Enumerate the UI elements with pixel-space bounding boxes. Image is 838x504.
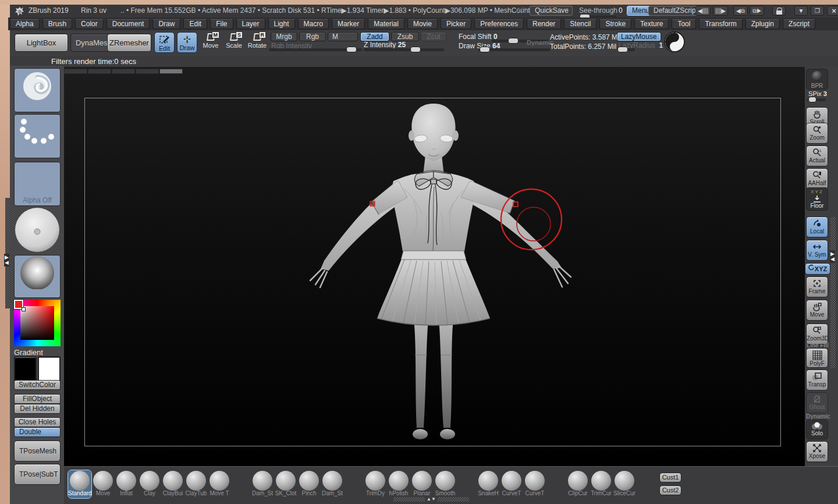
brush-button[interactable]: ClipCur — [566, 470, 590, 498]
menu-item[interactable]: Preferences — [474, 19, 524, 29]
document-canvas[interactable] — [64, 67, 805, 466]
draw-mode-button[interactable]: -¦- Draw — [177, 32, 197, 53]
xpose-button[interactable]: Xpose — [806, 441, 828, 462]
lazyradius-slider[interactable] — [617, 48, 635, 51]
menu-item[interactable]: Alpha — [10, 19, 40, 29]
current-material-sphere[interactable] — [664, 31, 685, 52]
brush-button[interactable]: Dam_St — [321, 470, 344, 498]
rgb-button[interactable]: Rgb — [299, 32, 326, 41]
tpose-subt-button[interactable]: TPose|SubT — [14, 464, 61, 485]
current-alpha-thumbnail[interactable]: Alpha Off — [14, 162, 61, 206]
menu-item[interactable]: Color — [75, 19, 104, 29]
brush-button[interactable]: Smooth — [434, 470, 457, 498]
menu-item[interactable]: Edit — [183, 19, 207, 29]
next-ui-arrow-button[interactable]: ||||▶ — [713, 6, 728, 16]
model-figure[interactable] — [310, 104, 571, 439]
tposemesh-button[interactable]: TPoseMesh — [14, 441, 61, 462]
move-view-button[interactable]: Move — [806, 300, 828, 321]
lazymouse-button[interactable]: LazyMouse — [617, 32, 661, 41]
z-intensity-slider[interactable] — [364, 48, 444, 51]
menu-item[interactable]: Tool — [672, 19, 696, 29]
m-button[interactable]: M — [328, 32, 358, 41]
brush-button[interactable]: Inflat — [115, 470, 138, 498]
vsym-button[interactable]: V. Sym — [806, 240, 828, 261]
menu-item[interactable]: Draw — [152, 19, 180, 29]
menu-item[interactable]: Render — [527, 19, 561, 29]
minimize-button[interactable]: ▼ — [794, 6, 808, 16]
left-tray-collapse-arrows[interactable]: ▶◀ — [4, 254, 9, 267]
scale-gizmo-button[interactable]: S Scale — [224, 31, 244, 52]
polyframe-button[interactable]: PolyF — [806, 348, 828, 368]
right-tray-collapse-arrows[interactable]: ▶◀ — [830, 250, 835, 263]
close-button[interactable]: × — [827, 6, 838, 16]
next-doc-icon[interactable]: ⧉▶ — [750, 6, 764, 16]
current-texture-sphere[interactable] — [14, 207, 61, 253]
brush-button[interactable]: Dam_St — [251, 470, 274, 498]
menu-item[interactable]: Zscript — [783, 19, 815, 29]
lightbox-button[interactable]: LightBox — [15, 34, 68, 52]
menu-item[interactable]: Picker — [441, 19, 471, 29]
brush-button[interactable]: CurveT — [500, 470, 523, 498]
cust1-button[interactable]: Cust1 — [659, 473, 681, 482]
current-material-thumbnail[interactable]: Blinn — [14, 255, 61, 298]
sculpt-model-3d[interactable] — [64, 67, 805, 466]
brush-button[interactable]: Move T — [208, 470, 231, 498]
local-button[interactable]: Local — [806, 216, 828, 237]
brush-button[interactable]: hPolish — [387, 470, 410, 498]
menu-item[interactable]: Macro — [298, 19, 329, 29]
move-gizmo-button[interactable]: M Move — [201, 31, 221, 52]
menu-item[interactable]: Brush — [42, 19, 72, 29]
secondary-color-swatch[interactable] — [38, 356, 61, 382]
menu-item[interactable]: Material — [368, 19, 404, 29]
restore-button[interactable]: ❐ — [811, 6, 824, 16]
menu-item[interactable]: Document — [106, 19, 150, 29]
brush-button[interactable]: Clay — [138, 470, 161, 498]
current-stroke-thumbnail[interactable]: Dots — [14, 114, 61, 158]
menu-item[interactable]: Texture — [634, 19, 669, 29]
rgb-intensity-slider[interactable] — [269, 48, 362, 51]
edit-mode-button[interactable]: Edit — [154, 32, 175, 53]
fillobject-button[interactable]: FillObject — [14, 394, 61, 404]
menu-item[interactable]: Transform — [699, 19, 742, 29]
current-brush-thumbnail[interactable]: Standard — [14, 68, 61, 112]
bpr-render-button[interactable]: BPR — [806, 69, 828, 90]
brush-button[interactable]: Pinch — [297, 470, 321, 498]
zoom-button[interactable]: Zoom — [806, 123, 828, 144]
bottom-tray-divider[interactable]: ▲▼ — [393, 496, 469, 502]
menu-item[interactable]: Zplugin — [745, 19, 780, 29]
left-tray-divider[interactable] — [5, 198, 10, 308]
brush-button[interactable]: SnakeH — [477, 470, 500, 498]
switchcolor-button[interactable]: SwitchColor — [14, 380, 61, 390]
right-tray-divider[interactable] — [830, 217, 836, 368]
menu-item[interactable]: Stencil — [564, 19, 596, 29]
aahalf-button[interactable]: AAHalf — [806, 168, 828, 189]
double-button[interactable]: Double — [14, 427, 61, 437]
brush-button[interactable]: SliceCur — [613, 470, 636, 498]
del-hidden-button[interactable]: Del Hidden — [14, 404, 61, 414]
gxyz-button[interactable]: XYZ — [805, 263, 830, 275]
solo-button[interactable]: Solo — [806, 420, 828, 439]
actual-size-button[interactable]: x1 AAHalf Actual — [806, 145, 828, 166]
brush-button[interactable]: ClayBui — [161, 470, 184, 498]
prev-doc-icon[interactable]: ◀⧉ — [733, 6, 748, 16]
spix-slider[interactable] — [807, 98, 826, 101]
zadd-button[interactable]: Zadd — [360, 32, 389, 41]
rotate-gizmo-button[interactable]: R Rotate — [247, 31, 267, 52]
brush-button[interactable]: Move — [91, 470, 115, 498]
menu-item[interactable]: Stroke — [599, 19, 631, 29]
zremesher-button[interactable]: ZRemesher — [107, 34, 151, 52]
menu-item[interactable]: Marker — [332, 19, 365, 29]
main-color-swatch[interactable] — [14, 356, 37, 382]
menu-item[interactable]: Light — [268, 19, 295, 29]
menu-item[interactable]: Movie — [407, 19, 438, 29]
lock-icon[interactable] — [772, 6, 786, 16]
menu-item[interactable]: Layer — [236, 19, 265, 29]
brush-button[interactable]: Standard — [68, 470, 91, 498]
cust2-button[interactable]: Cust2 — [659, 485, 681, 495]
zoom3d-button[interactable]: Zoom3D — [806, 324, 828, 345]
frame-button[interactable]: Frame — [806, 276, 828, 297]
brush-button[interactable]: TrimDy — [364, 470, 387, 498]
default-zscript-button[interactable]: DefaultZScript — [648, 6, 703, 16]
brush-button[interactable]: TrimCur — [590, 470, 613, 498]
close-holes-button[interactable]: Close Holes — [14, 417, 61, 427]
